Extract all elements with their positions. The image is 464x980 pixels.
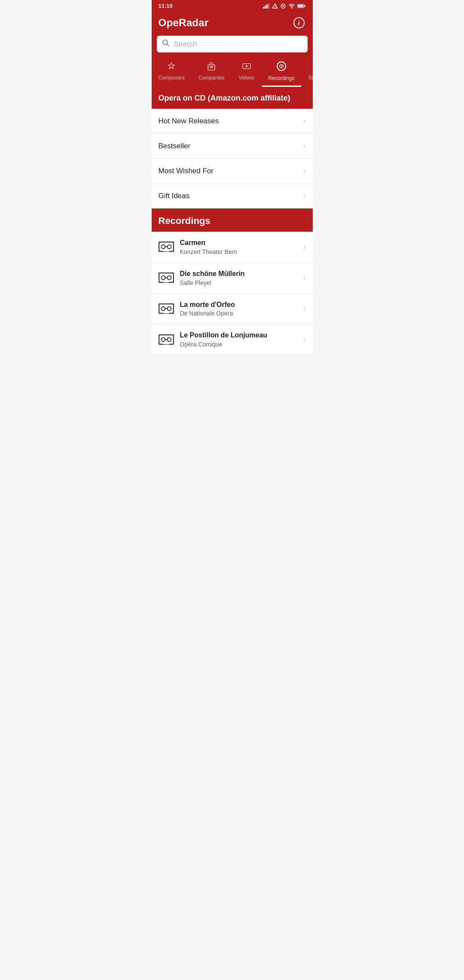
tab-companies[interactable]: Companies — [192, 58, 232, 87]
info-button[interactable]: i — [292, 16, 306, 30]
svg-rect-2 — [266, 4, 268, 9]
svg-point-23 — [161, 245, 165, 249]
recordings-section-title: Recordings — [159, 215, 211, 226]
amazon-item-hot-new-releases[interactable]: Hot New Releases › — [152, 109, 313, 134]
chevron-right-icon: › — [303, 166, 306, 175]
svg-rect-1 — [265, 6, 266, 9]
status-bar: 11:10 ! — [152, 0, 313, 12]
recording-subtitle: Opéra Comique — [180, 341, 297, 348]
tab-composers-label: Composers — [159, 75, 185, 81]
tab-singers[interactable]: Singers — [301, 58, 312, 87]
svg-point-29 — [167, 276, 171, 280]
tab-composers[interactable]: Composers — [152, 58, 192, 87]
recording-text: Le Postillon de Lonjumeau Opéra Comique — [180, 331, 297, 348]
info-icon: i — [293, 17, 305, 28]
svg-point-20 — [281, 66, 282, 67]
recording-text: Die schöne Müllerin Salle Pleyel — [180, 270, 297, 286]
companies-icon — [207, 61, 216, 74]
amazon-item-bestseller[interactable]: Bestseller › — [152, 134, 313, 159]
amazon-item-most-wished-for[interactable]: Most Wished For › — [152, 159, 313, 184]
recording-icon — [159, 332, 174, 347]
svg-point-39 — [167, 337, 171, 341]
svg-point-33 — [161, 306, 165, 310]
amazon-item-label: Gift Ideas — [159, 192, 190, 200]
warning-icon: ! — [272, 3, 278, 9]
tab-companies-label: Companies — [198, 75, 225, 81]
recording-item-carmen[interactable]: Carmen Konzert Theater Bern › — [152, 232, 313, 263]
amazon-section-header: Opera on CD (Amazon.com affiliate) — [152, 87, 313, 109]
search-input-wrap — [157, 36, 308, 52]
chevron-right-icon: › — [303, 335, 306, 344]
svg-point-24 — [167, 245, 171, 249]
tab-singers-label: Singers — [308, 75, 312, 81]
svg-point-28 — [161, 276, 165, 280]
recording-icon — [159, 270, 174, 285]
svg-point-38 — [161, 337, 165, 341]
app-header: OpeRadar i — [152, 12, 313, 36]
recording-subtitle: Konzert Theater Bern — [180, 248, 297, 255]
svg-rect-13 — [208, 65, 215, 70]
recording-subtitle: Salle Pleyel — [180, 279, 297, 286]
amazon-item-label: Most Wished For — [159, 167, 214, 175]
battery-icon — [297, 3, 306, 9]
chevron-right-icon: › — [303, 191, 306, 200]
recordings-icon — [276, 61, 287, 74]
recording-title: Carmen — [180, 239, 297, 248]
search-icon — [162, 39, 170, 49]
recording-icon — [159, 301, 174, 316]
chevron-right-icon: › — [303, 273, 306, 282]
recording-subtitle: De Nationale Opera — [180, 310, 297, 317]
svg-marker-17 — [246, 65, 248, 67]
svg-point-34 — [167, 306, 171, 310]
recording-text: La morte d'Orfeo De Nationale Opera — [180, 300, 297, 317]
svg-line-12 — [167, 44, 169, 46]
amazon-list: Hot New Releases › Bestseller › Most Wis… — [152, 109, 313, 208]
svg-rect-9 — [304, 5, 305, 7]
amazon-section-title: Opera on CD (Amazon.com affiliate) — [159, 94, 290, 102]
amazon-item-label: Bestseller — [159, 142, 191, 150]
svg-point-6 — [282, 5, 284, 7]
tab-videos-label: Videos — [238, 75, 254, 81]
chevron-right-icon: › — [303, 116, 306, 126]
chevron-right-icon: › — [303, 304, 306, 313]
search-bar — [152, 36, 313, 58]
status-icons: ! — [263, 3, 306, 9]
recording-title: La morte d'Orfeo — [180, 300, 297, 309]
recordings-list: Carmen Konzert Theater Bern › Die schöne… — [152, 232, 313, 355]
svg-rect-41 — [163, 343, 169, 344]
recording-item-die-schone-mullerin[interactable]: Die schöne Müllerin Salle Pleyel › — [152, 263, 313, 294]
svg-text:!: ! — [275, 5, 275, 8]
tab-recordings[interactable]: Recordings — [262, 58, 302, 87]
vpn-icon — [280, 3, 286, 9]
svg-rect-36 — [163, 312, 169, 313]
svg-rect-3 — [268, 3, 269, 9]
recording-text: Carmen Konzert Theater Bern — [180, 239, 297, 255]
composers-icon — [167, 61, 176, 74]
status-time: 11:10 — [159, 3, 173, 9]
svg-rect-10 — [298, 5, 303, 7]
recording-item-la-morte-dorfeo[interactable]: La morte d'Orfeo De Nationale Opera › — [152, 294, 313, 325]
signal-icon — [263, 3, 270, 9]
recording-icon — [159, 239, 174, 254]
recording-item-le-postillon[interactable]: Le Postillon de Lonjumeau Opéra Comique … — [152, 324, 313, 355]
tab-videos[interactable]: Videos — [232, 58, 262, 87]
svg-rect-26 — [163, 250, 169, 251]
wifi-icon — [288, 3, 295, 9]
amazon-item-gift-ideas[interactable]: Gift Ideas › — [152, 184, 313, 208]
tabs-bar: Composers Companies Videos — [152, 58, 313, 87]
videos-icon — [242, 61, 251, 74]
svg-rect-31 — [163, 281, 169, 282]
svg-point-7 — [291, 7, 292, 8]
tab-recordings-label: Recordings — [269, 75, 295, 81]
chevron-right-icon: › — [303, 141, 306, 150]
chevron-right-icon: › — [303, 242, 306, 251]
singers-icon — [312, 61, 313, 74]
search-input[interactable] — [174, 40, 302, 49]
recording-title: Le Postillon de Lonjumeau — [180, 331, 297, 340]
recordings-section-header: Recordings — [152, 208, 313, 232]
svg-rect-0 — [263, 7, 264, 9]
app-title: OpeRadar — [159, 17, 209, 29]
amazon-item-label: Hot New Releases — [159, 117, 219, 126]
recording-title: Die schöne Müllerin — [180, 270, 297, 279]
